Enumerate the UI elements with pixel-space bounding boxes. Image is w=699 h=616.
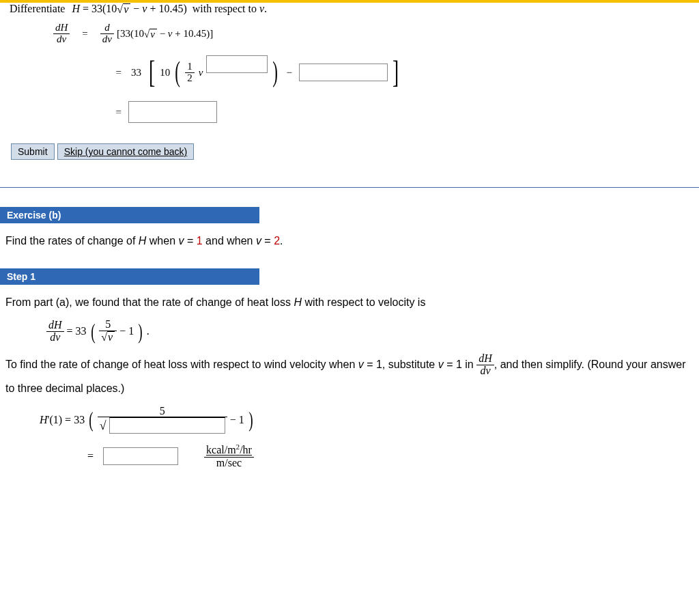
term-input-2[interactable] [299,64,388,81]
step1-para-2: To find the rate of change of heat loss … [5,353,694,400]
hprime-expression: H'(1) = 33 ( 5 √ − 1 ) [40,406,254,434]
equals-2: = [84,67,122,79]
problem-statement: Differentiate H = 33(10√v − v + 10.45) w… [10,3,267,14]
exercise-b-text: Find the rates of change of H when v = 1… [0,223,699,253]
step1-para-1: From part (a), we found that the rate of… [5,293,694,311]
result-equation: dH dv = 33 ( 5 √v − 1 ) . [46,316,694,344]
final-answer-input[interactable] [103,447,178,465]
step-expression-1: 33 [ 10 ( 1 2 v ) − ] [128,61,401,84]
deriv-operator: d dv [33(10√v − v + 10.45)] [100,23,213,45]
exponent-input-1[interactable] [206,55,268,73]
equals-final: = [87,447,100,465]
bracket-expr: [33(10√v − v + 10.45)] [117,28,213,40]
result-input-3[interactable] [128,101,217,123]
sqrt-input[interactable] [109,417,225,434]
dH-dv-lhs: dH dv [53,23,70,45]
equals-3: = [84,107,122,118]
equals-1: = [76,28,93,40]
step-1-header: Step 1 [0,268,259,285]
units-label: kcal/m2/hr m/sec [204,443,254,468]
skip-button[interactable]: Skip (you cannot come back) [57,143,195,160]
submit-button[interactable]: Submit [11,143,55,160]
exercise-b-header: Exercise (b) [0,207,259,223]
